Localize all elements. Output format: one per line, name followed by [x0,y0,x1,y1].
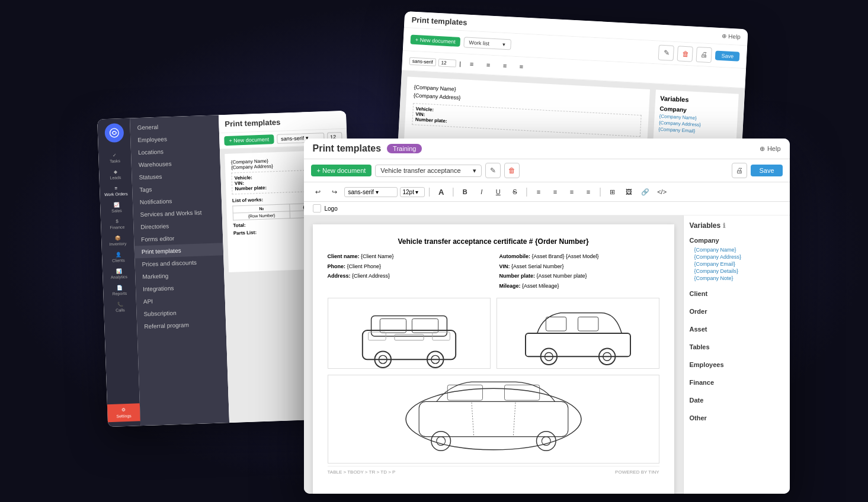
undo-btn[interactable]: ↩ [311,185,325,199]
bw-size-select[interactable]: 12 [438,59,456,67]
font-family-dropdown[interactable]: sans-serif▾ [344,187,398,197]
svg-point-19 [406,388,581,450]
mw-settings-menu: General Employees Locations Warehouses S… [130,115,229,426]
var-order-title[interactable]: Order [690,305,784,317]
mw-sales-icon: 📈 [113,202,119,207]
mw-finance-icon: $ [116,218,118,224]
svg-point-25 [536,432,556,451]
front-new-doc-btn[interactable]: + New document [311,165,372,176]
bold-btn[interactable]: B [458,185,472,199]
var-company-email: {Company Email} [690,260,784,268]
var-client-title[interactable]: Client [690,288,784,300]
mw-sidebar-workorders[interactable]: ≡ Work Orders [99,182,132,200]
mw-sidebar-tasks[interactable]: ✓ Tasks [98,149,131,167]
doc-right-col: Automobile: {Asset Brand} {Asset Model} … [499,253,659,292]
bw-edit-btn[interactable]: ✎ [658,45,674,61]
front-save-btn[interactable]: Save [751,165,782,176]
mw-sidebar-settings[interactable]: ⚙ Settings [107,403,140,422]
table-btn[interactable]: ⊞ [605,185,619,199]
doc-client-name-val: {Client Name} [361,253,394,259]
link-btn[interactable]: 🔗 [638,185,652,199]
svg-line-27 [472,403,474,437]
var-company-title[interactable]: Company [690,234,784,246]
bw-print-btn[interactable]: 🖨 [696,47,712,63]
front-edit-btn[interactable]: ✎ [485,163,501,178]
doc-mileage-label: Mileage: [499,283,521,289]
logo-label: Logo [325,205,338,212]
doc-number-plate-label: Number plate: [499,273,536,279]
variables-panel: Variables ℹ Company {Company Name} {Comp… [683,215,790,494]
svg-rect-13 [546,317,566,331]
car-bottom-view [328,375,659,464]
mw-inventory-icon: 📦 [114,235,120,240]
bw-font-select[interactable]: sans-serif [409,57,435,66]
mw-sidebar-analytics[interactable]: 📊 Analytics [102,265,135,282]
car-side-svg [497,298,659,368]
bw-align-center-btn[interactable]: ≡ [481,57,495,72]
image-btn[interactable]: 🖼 [622,185,636,199]
logo-checkbox[interactable] [313,204,321,213]
bw-save-btn[interactable]: Save [715,51,739,62]
mw-sidebar-calls[interactable]: 📞 Calls [103,298,136,316]
mw-new-doc-btn[interactable]: + New document [224,134,274,146]
car-side-view [497,298,659,369]
doc-mileage-val: {Asset Mileage} [522,283,559,289]
front-template-dropdown[interactable]: Vehicle transfer acceptance ▾ [375,165,482,177]
mw-sidebar-clients[interactable]: 👤 Clients [101,248,134,266]
mw-sidebar-sales[interactable]: 📈 Sales [100,198,133,216]
bw-new-doc-btn[interactable]: + New document [410,35,460,47]
mw-sidebar-finance[interactable]: $ Finance [100,215,133,233]
doc-title: Vehicle transfer acceptance certificate … [328,236,659,247]
doc-address-val: {Client Address} [352,273,390,279]
var-tables-title[interactable]: Tables [690,341,784,353]
bw-delete-btn[interactable]: 🗑 [677,46,693,62]
italic-btn[interactable]: I [475,185,489,199]
var-company-address: {Company Address} [690,253,784,260]
bw-help-btn[interactable]: ⊕ Help [722,33,741,40]
front-help-btn[interactable]: ⊕ Help [760,145,781,153]
car-images-section [328,298,659,369]
front-doc-page: Vehicle transfer acceptance certificate … [313,224,674,494]
front-delete-btn[interactable]: 🗑 [504,163,520,178]
var-other-title[interactable]: Other [690,412,784,424]
mw-logo [104,123,123,143]
bw-work-list-dropdown[interactable]: Work list ▾ [463,37,511,50]
doc-phone-label: Phone: [328,263,346,269]
mw-sidebar-inventory[interactable]: 📦 Inventory [101,231,134,249]
font-size-dropdown[interactable]: 12pt▾ [400,187,425,197]
mw-calls-icon: 📞 [117,301,123,307]
code-btn[interactable]: </> [655,185,669,199]
underline-btn[interactable]: U [491,185,505,199]
align-justify-btn[interactable]: ≡ [581,185,595,199]
var-finance-title[interactable]: Finance [690,376,784,388]
var-date-title[interactable]: Date [690,394,784,406]
font-color-btn[interactable]: A [434,185,449,199]
doc-footer: TABLE > TBODY > TR > TD > P POWERED BY T… [328,466,659,476]
svg-line-28 [513,403,515,437]
var-section-asset: Asset [690,323,784,335]
align-left-btn[interactable]: ≡ [531,185,546,199]
bw-align-right-btn[interactable]: ≡ [497,58,512,73]
redo-btn[interactable]: ↪ [328,185,342,199]
front-editor-toolbar: ↩ ↪ sans-serif▾ 12pt▾ | A | B I U S | ≡ … [304,182,790,202]
var-employees-title[interactable]: Employees [690,359,784,371]
bw-align-left-btn[interactable]: ≡ [464,56,479,71]
var-section-other: Other [690,412,784,424]
align-center-btn[interactable]: ≡ [548,185,562,199]
mw-sidebar-reports[interactable]: 📄 Reports [103,281,136,299]
car-front-view [328,298,491,369]
doc-number-plate-val: {Asset Number plate} [537,273,587,279]
bw-variables-title: Variables [659,95,733,105]
svg-point-23 [431,432,450,451]
var-asset-title[interactable]: Asset [690,323,784,335]
align-right-btn[interactable]: ≡ [565,185,579,199]
mw-sidebar-leads[interactable]: ◆ Leads [98,166,132,184]
doc-info-row: Client name: {Client Name} Phone: {Clien… [328,253,659,292]
mw-menu-referral[interactable]: Referral program [136,317,226,333]
bw-page-title: Print templates [411,15,467,27]
strikethrough-btn[interactable]: S [508,185,522,199]
front-print-btn[interactable]: 🖨 [732,163,747,178]
help-icon: ⊕ [760,145,765,153]
doc-vin-label: VIN: [499,263,510,269]
bw-align-justify-btn[interactable]: ≡ [514,59,529,74]
